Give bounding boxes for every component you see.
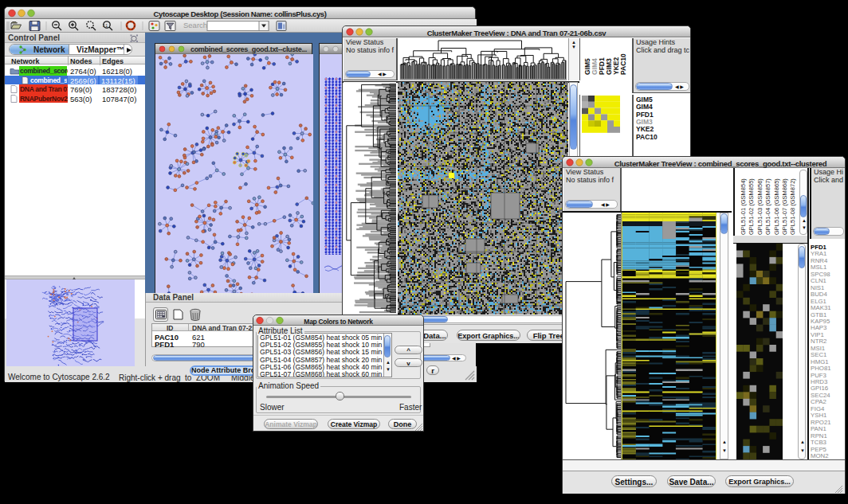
svg-text:Search:: Search: [183,21,210,29]
svg-text:1:1: 1:1 [103,24,108,28]
